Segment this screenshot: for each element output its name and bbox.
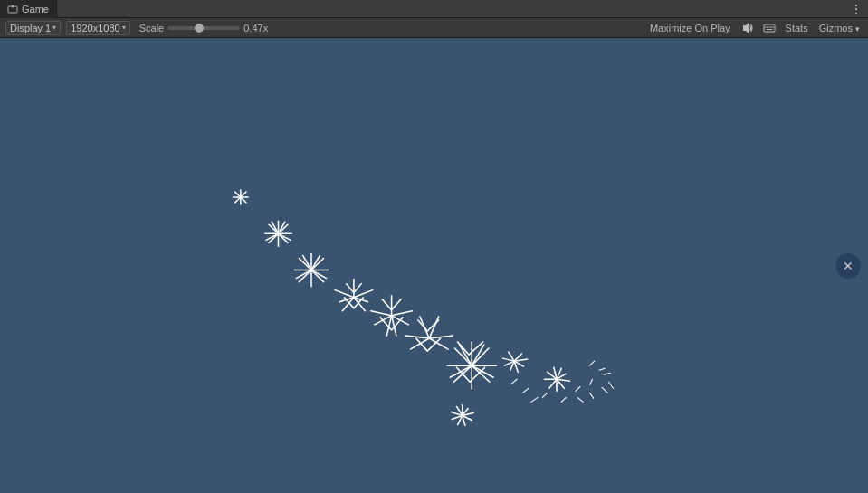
svg-rect-3 — [764, 24, 775, 32]
game-icon — [7, 4, 18, 14]
particle-effect — [0, 38, 868, 493]
svg-line-15 — [235, 197, 241, 203]
game-viewport: ✕ — [0, 38, 868, 493]
resolution-arrow: ▾ — [122, 24, 126, 32]
svg-line-91 — [589, 361, 594, 365]
unity-game-window: Game ⋮ Display 1 ▾ 1920x1080 ▾ Scale 0.4… — [0, 0, 868, 493]
svg-line-94 — [604, 373, 610, 374]
svg-line-46 — [335, 290, 354, 298]
svg-line-49 — [392, 311, 413, 316]
scale-slider[interactable] — [167, 26, 240, 30]
svg-line-95 — [608, 382, 613, 388]
svg-marker-2 — [743, 23, 749, 33]
tab-game[interactable]: Game — [0, 0, 57, 18]
svg-line-100 — [602, 387, 607, 393]
display-label: Display 1 — [10, 23, 51, 33]
resolution-label: 1920x1080 — [71, 23, 119, 33]
svg-line-45 — [354, 290, 373, 298]
scale-value: 0.47x — [243, 23, 268, 33]
tab-game-label: Game — [22, 4, 49, 14]
gizmos-button[interactable]: Gizmos ▾ — [816, 23, 863, 33]
stats-button[interactable]: Stats — [783, 23, 811, 33]
svg-line-86 — [549, 379, 557, 388]
toolbar: Display 1 ▾ 1920x1080 ▾ Scale 0.47x Maxi… — [0, 18, 868, 38]
close-button[interactable]: ✕ — [835, 253, 861, 279]
scale-group: Scale 0.47x — [139, 23, 268, 33]
resolution-select[interactable]: 1920x1080 ▾ — [66, 21, 129, 35]
keyboard-icon[interactable] — [761, 20, 777, 36]
maximize-on-play-button[interactable]: Maximize On Play — [646, 23, 734, 33]
svg-line-92 — [599, 368, 605, 370]
svg-line-104 — [511, 379, 517, 384]
svg-line-11 — [241, 192, 246, 197]
gizmos-arrow: ▾ — [855, 24, 860, 33]
svg-line-97 — [561, 397, 566, 402]
svg-line-99 — [589, 393, 593, 398]
svg-line-57 — [405, 336, 429, 338]
more-options-icon[interactable]: ⋮ — [844, 0, 868, 18]
svg-line-102 — [531, 397, 538, 402]
scale-slider-thumb[interactable] — [195, 24, 204, 33]
svg-line-13 — [241, 197, 246, 203]
svg-line-96 — [576, 386, 580, 391]
svg-line-101 — [542, 393, 547, 397]
svg-line-50 — [371, 311, 392, 316]
svg-line-103 — [522, 388, 528, 393]
svg-line-93 — [589, 379, 592, 384]
svg-point-1 — [12, 5, 14, 7]
scale-label: Scale — [139, 23, 165, 33]
svg-line-61 — [420, 317, 429, 338]
svg-line-98 — [577, 397, 583, 402]
svg-line-59 — [410, 338, 429, 349]
tab-bar: Game ⋮ — [0, 0, 868, 18]
display-arrow: ▾ — [52, 24, 56, 32]
audio-icon[interactable] — [739, 20, 756, 36]
display-select[interactable]: Display 1 ▾ — [5, 21, 61, 35]
svg-line-17 — [235, 192, 241, 197]
